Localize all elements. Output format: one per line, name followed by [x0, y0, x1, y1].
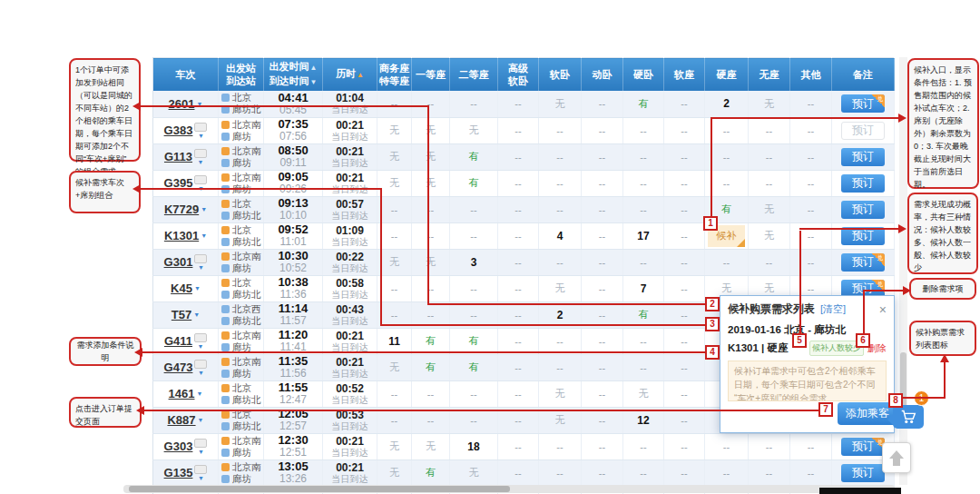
expand-chevron-icon[interactable]: ▼ [198, 449, 204, 455]
clear-all-link[interactable]: [清空] [820, 302, 846, 316]
seat-availability: -- [514, 441, 521, 452]
departure-time: 11:55 [264, 381, 322, 394]
arrival-station-icon [221, 264, 230, 272]
duration: 00:21 [323, 356, 377, 369]
seat-availability: 2 [723, 97, 730, 110]
arrival-time: 11:01 [264, 236, 322, 248]
back-to-top-button[interactable] [882, 442, 911, 473]
book-button[interactable]: 预订 [841, 148, 885, 166]
seat-availability: -- [599, 152, 605, 163]
expand-chevron-icon[interactable]: ▼ [194, 285, 201, 291]
duration: 00:21 [323, 435, 377, 448]
departure-station-icon [221, 305, 230, 313]
departure-time: 11:20 [264, 329, 322, 341]
train-row-K7729: K7729▼北京廊坊北09:1310:1000:57当日到达----------… [153, 196, 895, 222]
train-type-badge [194, 360, 207, 369]
departure-station-icon [221, 252, 230, 261]
book-button[interactable]: 预订 [841, 122, 885, 140]
departure-time: 09:13 [264, 197, 322, 210]
seat-availability: -- [599, 178, 605, 189]
connector-line [710, 119, 712, 219]
seat-availability: -- [766, 441, 772, 452]
train-number-link[interactable]: 1461 [169, 387, 195, 400]
expand-chevron-icon[interactable]: ▼ [198, 343, 204, 350]
train-number-link[interactable]: K7729 [164, 203, 199, 216]
departure-time: 10:38 [264, 276, 322, 289]
seat-availability: 18 [467, 440, 479, 453]
arrival-station-name: 廊坊 [232, 368, 251, 380]
book-button[interactable]: 预订兑 [841, 438, 885, 456]
expand-chevron-icon[interactable]: ▼ [198, 417, 204, 423]
expand-chevron-icon[interactable]: ▼ [198, 159, 204, 165]
book-button[interactable]: 预订兑 [841, 253, 885, 272]
seat-availability: 有 [426, 361, 436, 372]
seat-availability: -- [514, 362, 521, 373]
waitlist-cart-button[interactable] [893, 405, 924, 429]
same-day-arrival-note: 当日到达 [323, 211, 377, 222]
expand-chevron-icon[interactable]: ▼ [201, 232, 207, 239]
train-number-link[interactable]: G411 [164, 334, 192, 348]
expand-chevron-icon[interactable]: ▼ [201, 206, 207, 212]
sort-arrow-icon[interactable]: ▲ [357, 71, 364, 79]
departure-station-name: 北京 [232, 277, 251, 289]
train-number-link[interactable]: G301 [164, 255, 193, 269]
train-number-link[interactable]: K1301 [164, 229, 199, 242]
annotation-submit-page: 点击进入订单提交页面 [69, 397, 142, 428]
same-day-arrival-note: 当日到达 [323, 263, 377, 274]
departure-station-name: 北京西 [232, 303, 261, 315]
train-number-link[interactable]: T57 [172, 308, 191, 321]
book-button[interactable]: 预订 [841, 174, 885, 193]
expand-chevron-icon[interactable]: ▼ [198, 370, 204, 376]
expand-chevron-icon[interactable]: ▼ [198, 133, 204, 139]
train-number-link[interactable]: G383 [164, 124, 193, 137]
expand-chevron-icon[interactable]: ▼ [198, 264, 204, 271]
arrowhead-icon [898, 114, 906, 123]
column-header-3[interactable]: 历时▲ [323, 58, 377, 92]
delete-demand-link[interactable]: 删除 [867, 342, 887, 355]
seat-availability: 无 [764, 282, 774, 293]
seat-availability: -- [723, 125, 730, 136]
train-number-link[interactable]: G113 [164, 150, 192, 163]
column-header-1: 出发站到达站 [219, 58, 264, 92]
expand-chevron-icon[interactable]: ▼ [198, 475, 204, 481]
column-header-10: 硬卧 [623, 58, 664, 92]
column-header-2[interactable]: 出发时间▲到达时间▼ [264, 58, 323, 92]
sort-arrow-icon[interactable]: ▲ [310, 64, 318, 72]
duration: 00:22 [323, 251, 377, 263]
book-button[interactable]: 预订 [841, 464, 885, 482]
seat-availability: -- [640, 441, 646, 452]
train-number-link[interactable]: 2601 [169, 97, 195, 111]
seat-availability: -- [681, 257, 687, 268]
departure-station-name: 北京南 [232, 461, 261, 473]
sort-arrow-icon[interactable]: ▼ [310, 78, 318, 86]
book-button[interactable]: 预订 [841, 201, 885, 219]
arrival-station-icon [221, 370, 230, 378]
arrival-station-name: 廊坊 [232, 262, 251, 274]
seat-availability: -- [766, 178, 772, 189]
arrival-station-icon [221, 475, 230, 483]
seat-availability: -- [599, 257, 605, 268]
seat-availability: 无 [389, 256, 399, 267]
seat-availability: -- [470, 310, 476, 321]
book-button[interactable]: 预订兑 [841, 94, 885, 113]
expand-chevron-icon[interactable]: ▼ [193, 311, 200, 318]
horizontal-scrollbar-thumb[interactable] [129, 486, 510, 492]
seat-availability: -- [599, 468, 605, 479]
seat-availability: 无 [555, 98, 565, 109]
departure-time: 12:30 [264, 434, 322, 447]
train-number-link[interactable]: K45 [171, 282, 192, 295]
seat-availability: -- [556, 125, 563, 136]
seat-availability: -- [514, 98, 521, 109]
expand-chevron-icon[interactable]: ▼ [196, 390, 202, 397]
seat-availability: 17 [637, 230, 649, 242]
seat-availability: 有 [469, 151, 479, 162]
seat-availability: -- [808, 125, 814, 136]
train-number-link[interactable]: G135 [164, 466, 193, 479]
train-number-link[interactable]: K887 [167, 413, 195, 427]
seat-availability: -- [470, 98, 476, 109]
train-number-link[interactable]: G473 [164, 361, 193, 374]
close-icon[interactable]: × [879, 303, 887, 316]
seat-availability: -- [640, 152, 646, 163]
redeem-corner-badge: 兑 [872, 94, 885, 107]
train-number-link[interactable]: G303 [164, 440, 193, 453]
